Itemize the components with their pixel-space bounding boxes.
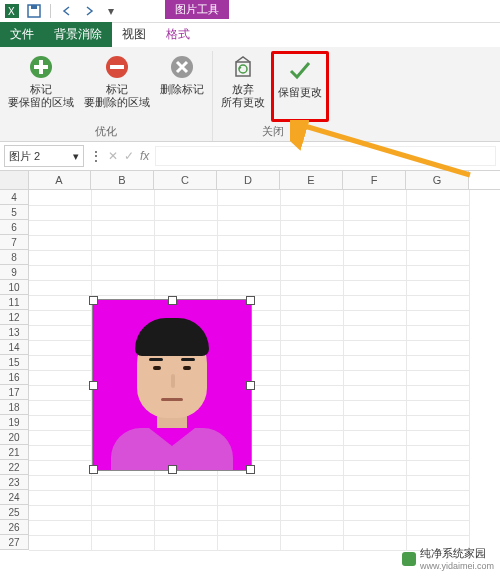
cell[interactable] [155,250,218,266]
cell[interactable] [218,205,281,221]
cell[interactable] [344,205,407,221]
row-header[interactable]: 5 [0,205,29,220]
cell[interactable] [407,190,470,206]
cell[interactable] [407,520,470,536]
cell[interactable] [344,265,407,281]
row-header[interactable]: 22 [0,460,29,475]
row-header[interactable]: 12 [0,310,29,325]
cell[interactable] [344,475,407,491]
cell[interactable] [155,205,218,221]
cell[interactable] [218,220,281,236]
cell[interactable] [29,295,92,311]
cell[interactable] [29,310,92,326]
cell[interactable] [218,190,281,206]
cell[interactable] [92,475,155,491]
qat-customize-icon[interactable]: ▾ [103,3,119,19]
cell[interactable] [281,520,344,536]
discard-changes-button[interactable]: 放弃 所有更改 [217,51,269,122]
cell[interactable] [407,400,470,416]
cell[interactable] [29,415,92,431]
cell[interactable] [218,265,281,281]
formula-bar-input[interactable] [155,146,496,166]
cell[interactable] [344,370,407,386]
undo-icon[interactable] [59,3,75,19]
cell[interactable] [407,475,470,491]
row-header[interactable]: 9 [0,265,29,280]
cell[interactable] [92,250,155,266]
cell[interactable] [92,190,155,206]
cell[interactable] [29,220,92,236]
cell[interactable] [281,235,344,251]
select-all-corner[interactable] [0,171,29,190]
cell[interactable] [407,355,470,371]
cell[interactable] [155,535,218,551]
cell[interactable] [281,370,344,386]
cell[interactable] [281,400,344,416]
cell[interactable] [281,325,344,341]
cell[interactable] [29,490,92,506]
cell[interactable] [29,445,92,461]
row-header[interactable]: 11 [0,295,29,310]
row-header[interactable]: 16 [0,370,29,385]
cell[interactable] [344,505,407,521]
row-header[interactable]: 20 [0,430,29,445]
cell[interactable] [29,250,92,266]
cell[interactable] [344,190,407,206]
cell[interactable] [407,460,470,476]
cell[interactable] [281,310,344,326]
cell[interactable] [344,325,407,341]
column-header[interactable]: B [91,171,154,189]
row-header[interactable]: 19 [0,415,29,430]
cell[interactable] [92,520,155,536]
cell[interactable] [281,355,344,371]
row-header[interactable]: 23 [0,475,29,490]
cell[interactable] [218,535,281,551]
cell[interactable] [344,235,407,251]
cell[interactable] [407,490,470,506]
cell[interactable] [92,205,155,221]
cell[interactable] [407,265,470,281]
cell[interactable] [281,415,344,431]
cell[interactable] [29,505,92,521]
cell[interactable] [218,505,281,521]
tab-background-remove[interactable]: 背景消除 [44,22,112,47]
resize-handle[interactable] [246,296,255,305]
tab-file[interactable]: 文件 [0,22,44,47]
cell[interactable] [29,265,92,281]
column-header[interactable]: C [154,171,217,189]
row-header[interactable]: 14 [0,340,29,355]
tab-view[interactable]: 视图 [112,22,156,47]
cell[interactable] [344,280,407,296]
row-header[interactable]: 6 [0,220,29,235]
cell[interactable] [407,295,470,311]
cell[interactable] [155,220,218,236]
resize-handle[interactable] [168,465,177,474]
cell[interactable] [344,355,407,371]
cell[interactable] [344,460,407,476]
cell[interactable] [155,190,218,206]
cell[interactable] [155,265,218,281]
cell[interactable] [29,385,92,401]
resize-handle[interactable] [246,381,255,390]
cell[interactable] [29,280,92,296]
cell[interactable] [344,535,407,551]
cell[interactable] [344,220,407,236]
row-header[interactable]: 7 [0,235,29,250]
cell[interactable] [29,205,92,221]
tab-format[interactable]: 格式 [156,22,200,47]
cell[interactable] [344,490,407,506]
row-header[interactable]: 8 [0,250,29,265]
cell[interactable] [407,340,470,356]
row-header[interactable]: 13 [0,325,29,340]
cell[interactable] [281,460,344,476]
cell[interactable] [407,220,470,236]
cell[interactable] [281,220,344,236]
row-header[interactable]: 21 [0,445,29,460]
column-header[interactable]: D [217,171,280,189]
cell[interactable] [218,235,281,251]
cell[interactable] [407,445,470,461]
keep-changes-button[interactable]: 保留更改 [274,54,326,101]
name-box[interactable]: 图片 2 ▾ [4,145,84,167]
cell[interactable] [92,280,155,296]
cell[interactable] [281,340,344,356]
